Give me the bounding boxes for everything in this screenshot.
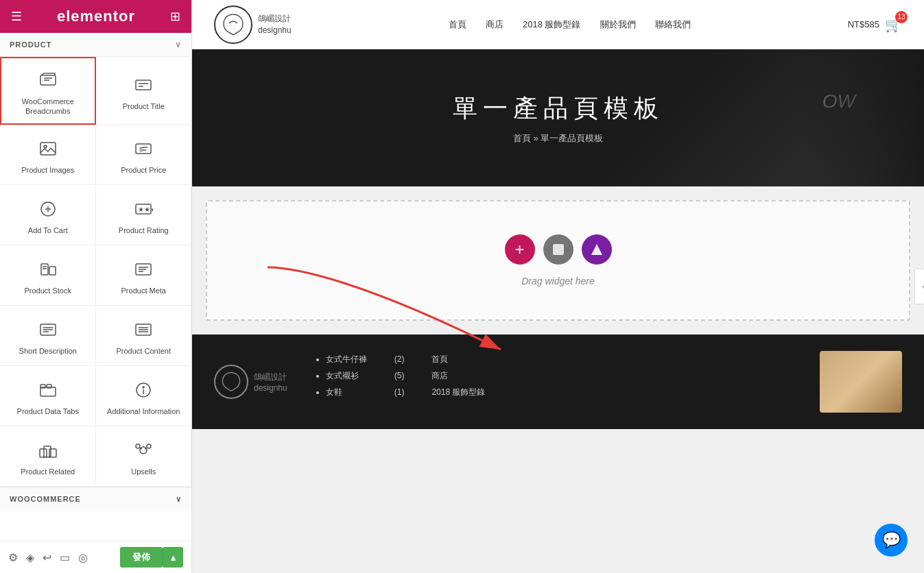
product-meta-icon xyxy=(131,257,156,282)
svg-rect-8 xyxy=(136,144,151,154)
footer-count-3: (1) xyxy=(394,384,405,400)
widget-additional-information[interactable]: Additional Information xyxy=(96,366,192,426)
widget-product-related[interactable]: Product Related xyxy=(0,426,96,487)
footer-link-3[interactable]: 女鞋 xyxy=(326,384,367,400)
footer-nav-link-3[interactable]: 2018 服飾型錄 xyxy=(431,384,485,400)
product-section-label: PRODUCT xyxy=(10,40,51,49)
messenger-button[interactable]: 💬 xyxy=(875,524,908,557)
sidebar-header: ☰ elementor ⊞ xyxy=(0,0,191,33)
nav-link-about[interactable]: 關於我們 xyxy=(600,19,636,31)
widget-product-content[interactable]: Product Content xyxy=(96,306,192,366)
widget-product-rating[interactable]: ★★★ Product Rating xyxy=(96,185,192,245)
additional-information-icon xyxy=(131,378,156,402)
footer-count-2: (5) xyxy=(394,367,405,384)
widget-product-images[interactable]: Product Images xyxy=(0,125,96,185)
product-chevron-icon: ∨ xyxy=(175,40,182,49)
widget-product-data-tabs[interactable]: Product Data Tabs xyxy=(0,366,96,426)
cart-price: NT$585 xyxy=(848,19,879,29)
hamburger-icon[interactable]: ☰ xyxy=(11,9,22,24)
layers-icon[interactable]: ◈ xyxy=(26,551,34,564)
sidebar-scroll: PRODUCT ∨ WooCommerceBreadcrumbs xyxy=(0,33,191,541)
svg-rect-3 xyxy=(136,80,151,90)
widget-label-additional-information: Additional Information xyxy=(107,406,180,416)
drag-area-wrapper: + Drag widget here xyxy=(192,186,924,334)
sidebar: ☰ elementor ⊞ PRODUCT ∨ WooComme xyxy=(0,0,192,573)
top-nav: 鴿嵋設計 designhu 首頁 商店 2018 服飾型錄 關於我們 聯絡我們 … xyxy=(192,0,924,49)
footer-counts: (2) (5) (1) xyxy=(394,351,405,413)
widget-product-meta[interactable]: Product Meta xyxy=(96,245,192,306)
woocommerce-section-header[interactable]: WOOCOMMERCE ∨ xyxy=(0,487,191,511)
woocommerce-breadcrumbs-icon xyxy=(36,68,60,93)
product-images-icon xyxy=(36,136,60,161)
svg-point-42 xyxy=(140,447,147,454)
widget-label-product-stock: Product Stock xyxy=(25,286,71,295)
svg-line-45 xyxy=(140,448,142,449)
widget-upsells[interactable]: Upsells xyxy=(96,426,192,487)
grid-icon[interactable]: ⊞ xyxy=(170,9,180,24)
product-data-tabs-icon xyxy=(36,378,60,402)
widget-product-title[interactable]: Product Title xyxy=(96,57,192,125)
main-content: 鴿嵋設計 designhu 首頁 商店 2018 服飾型錄 關於我們 聯絡我們 … xyxy=(192,0,924,573)
svg-rect-17 xyxy=(41,264,48,275)
elementor-logo: elementor xyxy=(57,8,135,25)
eye-icon[interactable]: ◎ xyxy=(78,551,88,564)
widget-label-product-images: Product Images xyxy=(21,165,74,175)
svg-marker-49 xyxy=(591,244,602,255)
widget-label-product-content: Product Content xyxy=(117,346,171,356)
undo-icon[interactable]: ↩ xyxy=(43,551,51,564)
cart-button[interactable]: NT$585 🛒 13 xyxy=(848,16,902,33)
messenger-icon: 💬 xyxy=(882,531,901,549)
nav-link-shop[interactable]: 商店 xyxy=(486,19,504,31)
svg-rect-48 xyxy=(553,244,564,255)
footer-nav: 首頁 商店 2018 服飾型錄 xyxy=(431,351,485,413)
widget-add-to-cart[interactable]: Add To Cart xyxy=(0,185,96,245)
svg-line-46 xyxy=(145,448,147,449)
product-rating-icon: ★★★ xyxy=(131,197,156,221)
svg-rect-35 xyxy=(47,385,51,388)
product-stock-icon xyxy=(36,257,60,282)
footer-count-1: (2) xyxy=(394,351,405,367)
drag-icons: + xyxy=(505,234,612,265)
responsive-icon[interactable]: ▭ xyxy=(60,551,70,564)
widget-woocommerce-breadcrumbs[interactable]: WooCommerceBreadcrumbs xyxy=(0,57,96,125)
footer-logo: 鴿嵋設計 designhu xyxy=(214,351,287,413)
widget-label-breadcrumbs: WooCommerceBreadcrumbs xyxy=(22,97,74,117)
short-description-icon xyxy=(36,317,60,342)
product-related-icon xyxy=(36,438,60,463)
widget-short-description[interactable]: Short Description xyxy=(0,306,96,366)
cart-icon: 🛒 13 xyxy=(885,16,902,33)
publish-arrow-button[interactable]: ▲ xyxy=(163,547,183,568)
site-logo: 鴿嵋設計 designhu xyxy=(214,5,292,44)
footer-link-2[interactable]: 女式襯衫 xyxy=(326,367,367,384)
nav-link-contact[interactable]: 聯絡我們 xyxy=(655,19,691,31)
svg-point-43 xyxy=(136,444,140,448)
add-widget-button[interactable]: + xyxy=(505,234,535,265)
drag-circle-icon xyxy=(543,234,573,265)
publish-button[interactable]: 發佈 xyxy=(120,547,163,568)
widget-label-product-meta: Product Meta xyxy=(121,286,166,295)
svg-point-44 xyxy=(147,444,151,448)
site-logo-icon xyxy=(214,5,252,44)
widget-label-upsells: Upsells xyxy=(131,467,156,476)
widget-product-price[interactable]: $ Product Price xyxy=(96,125,192,185)
footer-nav-link-2[interactable]: 商店 xyxy=(431,367,485,384)
footer-logo-text: 鴿嵋設計 designhu xyxy=(254,371,287,393)
widget-label-product-related: Product Related xyxy=(21,467,75,476)
nav-links: 首頁 商店 2018 服飾型錄 關於我們 聯絡我們 xyxy=(449,19,691,31)
svg-rect-34 xyxy=(40,385,45,388)
footer-icons: ⚙ ◈ ↩ ▭ ◎ xyxy=(8,551,88,564)
nav-link-catalog[interactable]: 2018 服飾型錄 xyxy=(523,19,581,31)
add-to-cart-icon xyxy=(36,197,60,221)
hero-breadcrumb: 首頁 » 單一產品頁模板 xyxy=(513,132,603,145)
footer-nav-link-1[interactable]: 首頁 xyxy=(431,351,485,367)
footer-thumbnail xyxy=(820,351,902,413)
footer-link-1[interactable]: 女式牛仔褲 xyxy=(326,351,367,367)
widget-product-stock[interactable]: Product Stock xyxy=(0,245,96,306)
product-section-header[interactable]: PRODUCT ∨ xyxy=(0,33,191,57)
upsells-icon xyxy=(131,438,156,463)
nav-link-home[interactable]: 首頁 xyxy=(449,19,466,31)
svg-point-37 xyxy=(143,387,144,388)
product-title-icon xyxy=(131,73,156,97)
settings-icon[interactable]: ⚙ xyxy=(8,551,18,564)
cart-badge: 13 xyxy=(895,11,908,23)
